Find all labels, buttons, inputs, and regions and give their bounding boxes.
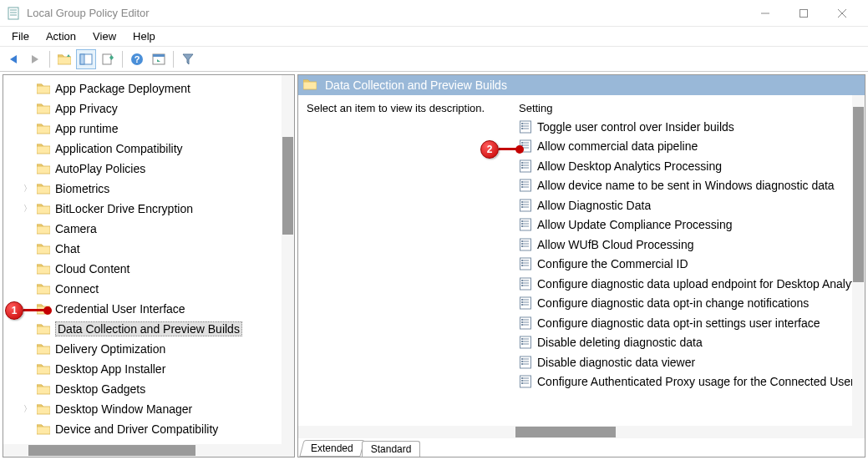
list-item[interactable]: Allow device name to be sent in Windows … (514, 176, 865, 196)
list-item[interactable]: Configure the Commercial ID (514, 255, 865, 275)
tree-item[interactable]: Desktop App Installer (5, 359, 292, 379)
back-button[interactable] (3, 49, 23, 69)
folder-icon (37, 343, 50, 355)
tree-pane: App Package DeploymentApp PrivacyApp run… (3, 74, 295, 457)
chevron-right-icon[interactable]: 〉 (23, 183, 33, 195)
list-item[interactable]: Allow Update Compliance Processing (514, 215, 865, 235)
help-button[interactable]: ? (127, 49, 147, 69)
folder-icon (37, 223, 50, 235)
setting-label: Allow commercial data pipeline (537, 139, 698, 153)
tree-item[interactable]: Connect (5, 279, 292, 299)
show-hide-tree-button[interactable] (76, 49, 96, 69)
list-item[interactable]: Disable deleting diagnostic data (514, 333, 865, 353)
setting-label: Configure diagnostic data opt-in change … (537, 296, 809, 310)
column-header-setting[interactable]: Setting (514, 95, 865, 117)
setting-label: Configure diagnostic data upload endpoin… (537, 277, 865, 291)
tree-item[interactable]: Cloud Content (5, 259, 292, 279)
menu-action[interactable]: Action (38, 28, 84, 45)
tab-extended[interactable]: Extended (299, 440, 364, 457)
titlebar: Local Group Policy Editor (0, 0, 868, 27)
tree-item[interactable]: Camera (5, 219, 292, 239)
setting-label: Allow device name to be sent in Windows … (537, 179, 835, 192)
tree-item[interactable]: AutoPlay Policies (5, 159, 292, 179)
policy-icon (519, 296, 532, 310)
list-item[interactable]: Configure Authenticated Proxy usage for … (514, 372, 865, 392)
tree-item-label: Chat (55, 242, 80, 255)
tree-item-label: Connect (55, 282, 99, 296)
svg-text:?: ? (135, 54, 140, 64)
policy-icon (519, 159, 532, 173)
tree-item[interactable]: Device and Driver Compatibility (5, 419, 292, 439)
up-button[interactable] (54, 49, 74, 69)
setting-label: Configure the Commercial ID (537, 257, 688, 270)
tree-item[interactable]: Application Compatibility (5, 139, 292, 159)
setting-label: Allow Desktop Analytics Processing (537, 159, 722, 173)
tab-standard[interactable]: Standard (362, 441, 421, 457)
tree-item[interactable]: 〉Desktop Window Manager (5, 399, 292, 419)
folder-icon (37, 83, 50, 94)
svg-rect-21 (153, 54, 165, 57)
tree-item[interactable]: Delivery Optimization (5, 339, 292, 359)
list-item[interactable]: Configure diagnostic data opt-in setting… (514, 313, 865, 333)
description-text: Select an item to view its description. (307, 102, 485, 114)
list-item[interactable]: Allow WUfB Cloud Processing (514, 235, 865, 255)
forward-button[interactable] (25, 49, 45, 69)
folder-icon (303, 78, 317, 93)
toolbar: ? (0, 47, 868, 72)
setting-label: Allow WUfB Cloud Processing (537, 238, 694, 251)
filter-button[interactable] (178, 49, 198, 69)
list-horizontal-scrollbar[interactable] (298, 426, 852, 438)
folder-icon (37, 263, 50, 275)
chevron-right-icon[interactable]: 〉 (23, 203, 33, 215)
tree-item[interactable]: App runtime (5, 119, 292, 139)
policy-icon (519, 375, 532, 388)
folder-icon (37, 103, 50, 114)
tree-item[interactable]: App Package Deployment (5, 78, 292, 99)
app-icon (7, 7, 20, 20)
list-item[interactable]: Allow Desktop Analytics Processing (514, 156, 865, 176)
list-item[interactable]: Configure diagnostic data opt-in change … (514, 294, 865, 314)
tree-item-label: Desktop Window Manager (55, 402, 192, 416)
maximize-button[interactable] (784, 0, 823, 27)
list-item[interactable]: Allow commercial data pipeline (514, 137, 865, 157)
folder-icon (37, 163, 50, 174)
tree-item[interactable]: 〉BitLocker Drive Encryption (5, 199, 292, 219)
properties-button[interactable] (149, 49, 169, 69)
tree-item-label: Biometrics (55, 182, 109, 195)
list-item[interactable]: Configure diagnostic data upload endpoin… (514, 274, 865, 294)
tree-vertical-scrollbar[interactable] (282, 75, 294, 457)
menubar: File Action View Help (0, 27, 868, 47)
tree-item-label: Application Compatibility (55, 142, 183, 155)
setting-label: Allow Update Compliance Processing (537, 218, 732, 231)
tree-item[interactable]: Chat (5, 239, 292, 259)
list-item[interactable]: Allow Diagnostic Data (514, 195, 865, 215)
menu-file[interactable]: File (3, 28, 38, 45)
tree-item[interactable]: Desktop Gadgets (5, 379, 292, 399)
details-header: Data Collection and Preview Builds (298, 75, 865, 95)
export-button[interactable] (98, 49, 118, 69)
tree-horizontal-scrollbar[interactable] (3, 444, 282, 457)
tree-item[interactable]: App Privacy (5, 99, 292, 119)
policy-icon (519, 316, 532, 330)
folder-icon (37, 143, 50, 154)
tree-item[interactable]: Data Collection and Preview Builds (5, 319, 292, 339)
close-button[interactable] (823, 0, 861, 27)
folder-icon (37, 403, 50, 415)
tree-item[interactable]: 〉Biometrics (5, 179, 292, 199)
tree-item-label: Data Collection and Preview Builds (55, 321, 242, 336)
tree-item-label: Device and Driver Compatibility (55, 422, 218, 436)
list-vertical-scrollbar[interactable] (852, 95, 865, 438)
setting-label: Configure diagnostic data opt-in setting… (537, 316, 820, 330)
menu-help[interactable]: Help (124, 28, 164, 45)
list-item[interactable]: Toggle user control over Insider builds (514, 117, 865, 137)
tree-item-label: App Package Deployment (55, 82, 190, 95)
menu-view[interactable]: View (84, 28, 124, 45)
tree-item-label: Cloud Content (55, 262, 130, 275)
details-pane: Data Collection and Preview Builds Selec… (297, 74, 865, 457)
minimize-button[interactable] (746, 0, 784, 27)
window-title: Local Group Policy Editor (27, 7, 746, 19)
list-item[interactable]: Disable diagnostic data viewer (514, 352, 865, 372)
svg-rect-16 (80, 54, 84, 64)
chevron-right-icon[interactable]: 〉 (23, 403, 33, 415)
folder-icon (37, 363, 50, 375)
